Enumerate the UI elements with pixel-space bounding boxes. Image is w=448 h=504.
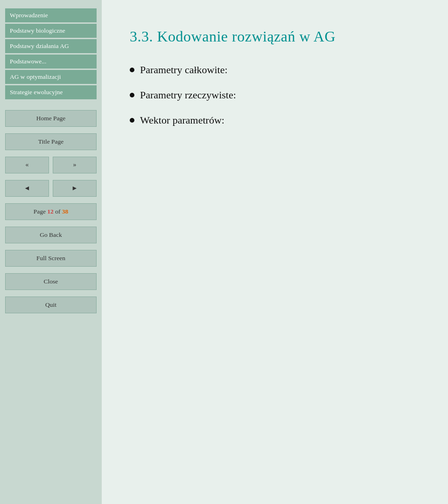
nav-item-3[interactable]: Podstawowe... <box>5 55 97 69</box>
nav-item-5[interactable]: Strategie ewolucyjne <box>5 85 97 99</box>
page-current: 12 <box>47 208 54 215</box>
list-item: Wektor parametrów: <box>130 114 420 126</box>
full-screen-button[interactable]: Full Screen <box>5 250 97 267</box>
close-button[interactable]: Close <box>5 273 97 290</box>
bullet-text: Parametry całkowite: <box>140 64 228 76</box>
quit-button[interactable]: Quit <box>5 297 97 313</box>
title-page-button[interactable]: Title Page <box>5 133 97 150</box>
bullet-dot <box>130 118 134 123</box>
page-indicator: Page 12 of 38 <box>5 203 97 220</box>
fast-nav-arrows: « » <box>5 157 97 173</box>
page-of: of <box>55 208 60 215</box>
forward-button[interactable]: ► <box>53 180 97 197</box>
bullet-text: Parametry rzeczywiste: <box>140 89 236 101</box>
step-nav-arrows: ◄ ► <box>5 180 97 197</box>
list-item: Parametry rzeczywiste: <box>130 89 420 101</box>
page-label: Page <box>34 208 46 215</box>
nav-item-1[interactable]: Podstawy biologiczne <box>5 24 97 38</box>
list-item: Parametry całkowite: <box>130 64 420 76</box>
page-total: 38 <box>62 208 69 215</box>
bullet-list: Parametry całkowite:Parametry rzeczywist… <box>130 64 420 139</box>
nav-item-2[interactable]: Podstawy działania AG <box>5 39 97 53</box>
bullet-dot <box>130 93 134 97</box>
main-content: 3.3. Kodowanie rozwiązań w AG Parametry … <box>102 0 448 504</box>
sidebar: WprowadzeniePodstawy biologicznePodstawy… <box>0 0 102 504</box>
bullet-text: Wektor parametrów: <box>140 114 224 126</box>
fast-forward-button[interactable]: » <box>53 157 97 173</box>
slide-title: 3.3. Kodowanie rozwiązań w AG <box>130 28 420 45</box>
fast-back-button[interactable]: « <box>5 157 49 173</box>
home-page-button[interactable]: Home Page <box>5 110 97 127</box>
nav-item-4[interactable]: AG w optymalizacji <box>5 70 97 84</box>
bullet-dot <box>130 68 134 72</box>
nav-item-0[interactable]: Wprowadzenie <box>5 8 97 22</box>
back-button[interactable]: ◄ <box>5 180 49 197</box>
go-back-button[interactable]: Go Back <box>5 227 97 243</box>
